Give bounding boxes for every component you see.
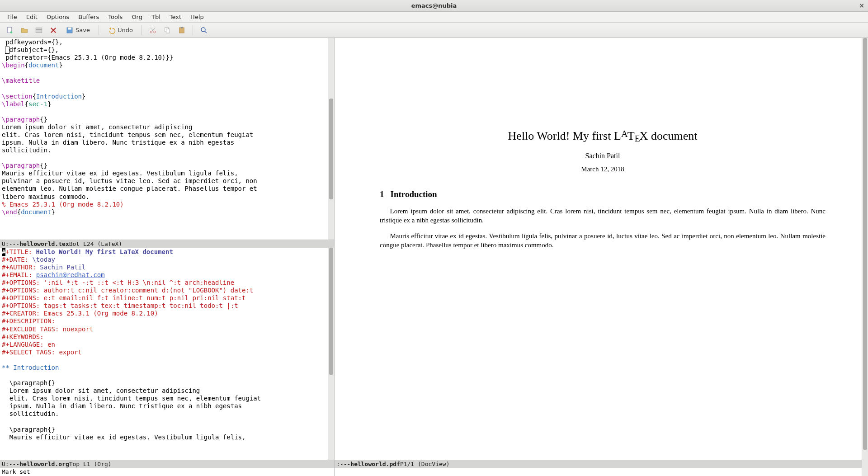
toolbar-paste-icon[interactable] [175,24,188,36]
org-option: #+SELECT_TAGS: export [2,349,82,356]
menu-file[interactable]: File [3,12,22,22]
paragraph-text: Lorem ipsum dolor sit amet, consectetur … [2,123,253,154]
latex-keyword: \begin [2,61,25,69]
org-option: #+LANGUAGE: en [2,341,55,348]
org-option: #+OPTIONS: tags:t tasks:t tex:t timestam… [2,302,238,309]
latex-keyword: \maketitle [2,77,40,84]
latex-arg: Introduction [36,93,82,100]
modeline-status: U:--- [2,240,19,247]
scrollbar-pdf[interactable] [862,38,868,476]
svg-rect-15 [181,27,183,28]
toolbar-undo-label: Undo [118,27,133,33]
toolbar-separator [193,25,193,35]
modeline-status: :--- [336,461,350,467]
org-value: Sachin Patil [40,264,85,271]
menu-options[interactable]: Options [42,12,74,22]
latex-arg: document [28,61,59,69]
code-line: \paragraph{} [2,426,55,433]
org-option: #+KEYWORDS: [2,333,44,340]
toolbar-cut-icon[interactable] [146,24,159,36]
latex-arg: sec-1 [28,100,47,108]
modeline-status: U:--- [2,461,19,467]
org-key: #+DATE: [2,256,32,263]
svg-rect-14 [179,28,184,33]
pdf-paragraph: Lorem ipsum dolor sit amet, consectetur … [380,207,826,225]
latex-keyword: \label [2,100,25,108]
scrollbar-tex[interactable] [328,38,334,240]
modeline-info: Top L1 (Org) [69,461,112,467]
toolbar-separator [99,25,99,35]
menu-text[interactable]: Text [165,12,186,22]
org-value: \today [32,256,55,263]
modeline-org[interactable]: U:--- helloworld.org Top L1 (Org) [0,460,334,468]
code-line [2,46,5,53]
right-column: Hello World! My first LATEX document Sac… [335,38,868,476]
code-comment: % Emacs 25.3.1 (Org mode 8.2.10) [2,201,124,208]
org-option: #+DESCRIPTION: [2,317,55,325]
latex-keyword: \section [2,93,32,100]
modeline-filename: helloworld.tex [19,240,69,247]
pdf-preview[interactable]: Hello World! My first LATEX document Sac… [335,38,862,460]
window-title: emacs@nubia [411,2,457,9]
org-option: #+OPTIONS: ':nil *:t -:t ::t <:t H:3 \n:… [2,279,234,286]
menubar: File Edit Options Buffers Tools Org Tbl … [0,12,868,23]
pdf-paragraph: Mauris efficitur vitae ex id egestas. Ve… [380,231,826,250]
menu-edit[interactable]: Edit [22,12,42,22]
point-marker: # [2,248,5,256]
toolbar-new-icon[interactable] [4,24,16,36]
org-key: #+AUTHOR: [2,264,40,271]
latex-arg: document [21,208,51,216]
minibuffer[interactable]: Mark set [0,468,334,476]
menu-help[interactable]: Help [186,12,208,22]
org-option: #+OPTIONS: author:t c:nil creator:commen… [2,287,253,294]
toolbar: Save Undo [0,23,868,38]
svg-rect-13 [166,29,170,33]
modeline-filename: helloworld.pdf [350,461,400,467]
paragraph-text: Mauris efficitur vitae ex id egestas. Ve… [2,170,257,200]
scrollbar-thumb[interactable] [863,38,867,450]
svg-line-17 [204,31,207,33]
modeline-pdf[interactable]: :--- helloworld.pdf P1/1 (DocView) [335,460,862,468]
window-close-button[interactable]: × [859,2,864,9]
scrollbar-thumb[interactable] [329,248,333,375]
modeline-info: Bot L24 (LaTeX) [69,240,122,247]
menu-tbl[interactable]: Tbl [147,12,165,22]
toolbar-dired-icon[interactable] [33,24,45,36]
editor-tex[interactable]: pdfkeywords={}, dfsubject={}, pdfcreator… [0,38,328,240]
modeline-info: P1/1 (DocView) [400,461,450,467]
modeline-tex[interactable]: U:--- helloworld.tex Bot L24 (LaTeX) [0,240,334,248]
pdf-title-text: Hello World! My first [508,129,614,142]
latex-keyword: \paragraph [2,116,40,123]
code-line: pdfkeywords={}, [2,38,63,46]
toolbar-open-icon[interactable] [18,24,31,36]
modeline-filename: helloworld.org [19,461,69,467]
org-option: #+OPTIONS: e:t email:nil f:t inline:t nu… [2,294,245,302]
toolbar-save-button[interactable]: Save [61,24,94,36]
pdf-author: Sachin Patil [380,152,826,160]
pdf-section-title: Introduction [391,189,437,199]
toolbar-undo-button[interactable]: Undo [104,24,137,36]
menu-buffers[interactable]: Buffers [74,12,104,22]
pdf-section-number: 1 [380,189,384,199]
main-area: pdfkeywords={}, dfsubject={}, pdfcreator… [0,38,868,476]
latex-logo: LATEX [614,129,648,142]
svg-rect-2 [36,28,42,33]
menu-org[interactable]: Org [127,12,147,22]
toolbar-copy-icon[interactable] [161,24,174,36]
menu-tools[interactable]: Tools [104,12,127,22]
org-option: #+CREATOR: Emacs 25.3.1 (Org mode 8.2.10… [2,310,158,317]
code-line: \paragraph{} [2,379,55,386]
toolbar-search-icon[interactable] [198,24,210,36]
toolbar-kill-buffer-icon[interactable] [47,24,60,36]
scrollbar-thumb[interactable] [329,99,333,199]
org-title: Hello World! My first LaTeX document [36,248,173,255]
window-titlebar: emacs@nubia × [0,0,868,12]
latex-keyword: \end [2,208,17,216]
scrollbar-org[interactable] [328,248,334,460]
org-email: psachin@redhat.com [36,271,105,278]
toolbar-save-label: Save [75,27,90,33]
code-line: pdfcreator={Emacs 25.3.1 (Org mode 8.2.1… [2,54,173,61]
editor-org[interactable]: #+TITLE: Hello World! My first LaTeX doc… [0,248,328,460]
pdf-title: Hello World! My first LATEX document [380,128,826,144]
pdf-title-text: document [648,129,697,142]
